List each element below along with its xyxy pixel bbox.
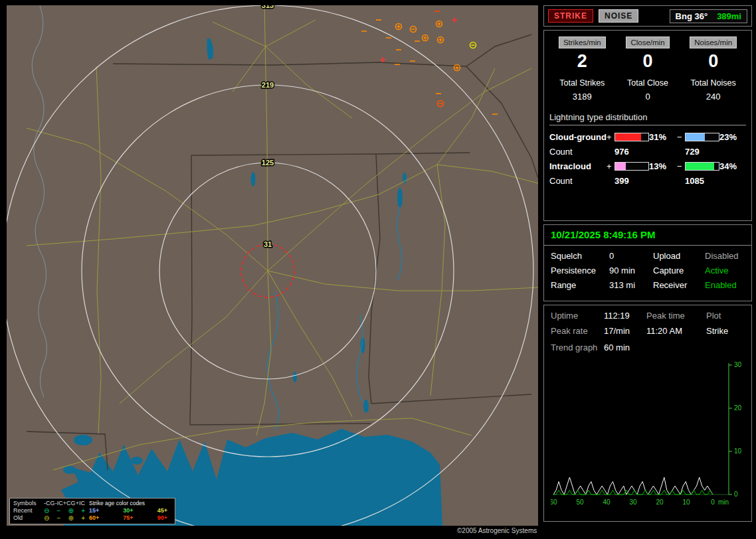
map-canvas[interactable]: 31321912531 (7, 5, 538, 526)
plus-sign: + (607, 132, 614, 142)
settings-grid: Squelch 0 Upload Disabled Persistence 90… (544, 246, 751, 295)
minus-sign: − (677, 132, 685, 142)
map-legend: Symbols -CG-IC+CG+IC Strike age color co… (9, 498, 175, 524)
cloud-ground-minus-pct: 23% (719, 132, 746, 142)
total-strikes-label: Total Strikes (549, 78, 615, 88)
noises-per-min-header: Noises/min (690, 37, 737, 48)
cloud-ground-plus-bar (614, 133, 649, 141)
legend-age-row-1: 15+ 30+ 45+ (89, 507, 171, 514)
intracloud-plus-bar (614, 162, 649, 171)
range-ring-label: 31 (264, 240, 272, 248)
receiver-value: Enabled (705, 280, 745, 290)
neg-ic-icon: − (57, 508, 61, 514)
capture-label: Capture (653, 266, 705, 275)
bearing-readout: Bng 36° 389mi (670, 9, 747, 23)
plus-sign: + (607, 161, 614, 171)
total-close-value: 0 (615, 92, 681, 102)
squelch-label: Squelch (551, 251, 609, 261)
cloud-ground-plus-count: 976 (614, 147, 649, 157)
distribution-title: Lightning type distribution (549, 112, 746, 125)
peak-rate-value: 17/min (604, 326, 646, 336)
upload-label: Upload (653, 251, 705, 261)
legend-age-row-2: 60+ 75+ 90+ (89, 514, 171, 522)
total-noises-label: Total Noises (680, 78, 746, 88)
peak-time-label: Peak time (646, 311, 706, 321)
distribution-grid: Cloud-ground + 31% − 23% Count 976 729 I… (549, 132, 746, 186)
settings-section: 10/21/2025 8:49:16 PM Squelch 0 Upload D… (543, 224, 752, 301)
upload-value: Disabled (705, 251, 745, 261)
peak-time-value: 11:20 AM (646, 326, 706, 336)
strikes-per-min-header: Strikes/min (559, 37, 606, 48)
range-label: Range (551, 280, 609, 290)
svg-text:10: 10 (682, 499, 690, 506)
total-close-label: Total Close (615, 78, 681, 88)
squelch-value: 0 (609, 251, 653, 261)
bearing-value: Bng 36° (676, 11, 708, 21)
range-value: 313 mi (609, 280, 653, 290)
count-label: Count (549, 176, 607, 186)
close-per-min-value: 0 (615, 51, 681, 72)
cloud-ground-minus-count: 729 (685, 147, 719, 157)
svg-text:40: 40 (603, 499, 611, 506)
peak-rate-label: Peak rate (551, 326, 604, 336)
trend-window-value: 60 min (604, 343, 745, 352)
legend-age-title: Strike age color codes (89, 500, 171, 507)
intracloud-plus-pct: 13% (649, 161, 677, 171)
svg-text:20: 20 (656, 499, 664, 506)
noise-indicator-button[interactable]: NOISE (599, 9, 638, 23)
neg-cg-icon: ⊖ (44, 515, 49, 522)
rates-grid: Strikes/min 2 Total Strikes 3189 Close/m… (549, 36, 746, 102)
range-ring-label: 219 (262, 81, 274, 89)
cloud-ground-minus-bar (685, 133, 719, 141)
uptime-label: Uptime (551, 311, 604, 321)
total-strikes-value: 3189 (549, 92, 615, 102)
bearing-range-value: 389mi (717, 11, 741, 21)
neg-cg-icon: ⊖ (44, 508, 49, 514)
close-per-min-header: Close/min (626, 37, 669, 48)
datetime-display: 10/21/2025 8:49:16 PM (544, 225, 751, 246)
persistence-value: 90 min (609, 266, 653, 275)
capture-value: Active (705, 266, 745, 275)
uptime-value: 112:19 (604, 311, 646, 321)
status-panel: STRIKE NOISE Bng 36° 389mi Strikes/min 2… (543, 5, 752, 525)
legend-column-headers: -CG-IC+CG+IC (44, 500, 85, 507)
copyright-text: ©2005 Astrogenic Systems (457, 527, 537, 534)
trend-graph-label: Trend graph (551, 343, 604, 352)
receiver-label: Receiver (653, 280, 705, 290)
noises-per-min-value: 0 (680, 51, 746, 72)
range-ring-label: 125 (262, 159, 274, 167)
plot-value: Strike (706, 326, 745, 336)
svg-text:60: 60 (551, 499, 557, 506)
pos-ic-icon: + (81, 515, 85, 522)
svg-text:20: 20 (734, 404, 742, 412)
strikes-per-min-value: 2 (549, 51, 615, 72)
legend-symbols-header: Symbols (13, 500, 40, 507)
svg-text:10: 10 (734, 447, 742, 455)
plot-label: Plot (706, 311, 745, 321)
svg-text:0: 0 (734, 491, 738, 498)
intracloud-plus-count: 399 (614, 176, 649, 186)
svg-text:30: 30 (734, 361, 742, 368)
persistence-label: Persistence (551, 266, 609, 275)
cloud-ground-label: Cloud-ground (549, 132, 607, 142)
svg-text:0: 0 (711, 499, 715, 506)
lightning-map[interactable]: 31321912531 Symbols -CG-IC+CG+IC Strike … (7, 5, 538, 526)
strike-indicator-button[interactable]: STRIKE (548, 9, 593, 23)
legend-old-symbols: ⊖ − ⊕ + (44, 515, 85, 522)
cloud-ground-plus-pct: 31% (649, 132, 677, 142)
legend-row-recent-label: Recent (13, 507, 40, 514)
neg-ic-icon: − (57, 515, 61, 522)
intracloud-minus-pct: 34% (719, 161, 746, 171)
status-grid: Uptime 112:19 Peak time Plot Peak rate 1… (551, 311, 745, 336)
intracloud-label: Intracloud (549, 161, 607, 171)
pos-cg-icon: ⊕ (68, 508, 74, 514)
intracloud-minus-bar (685, 162, 719, 171)
svg-text:30: 30 (629, 499, 637, 506)
svg-text:50: 50 (576, 499, 584, 506)
trend-graph: 01020306050403020100min (551, 358, 750, 516)
range-ring-label: 313 (262, 5, 274, 9)
trend-section: Uptime 112:19 Peak time Plot Peak rate 1… (543, 305, 752, 522)
count-label: Count (549, 147, 607, 157)
total-noises-value: 240 (680, 92, 746, 102)
indicator-bar: STRIKE NOISE Bng 36° 389mi (543, 5, 752, 27)
